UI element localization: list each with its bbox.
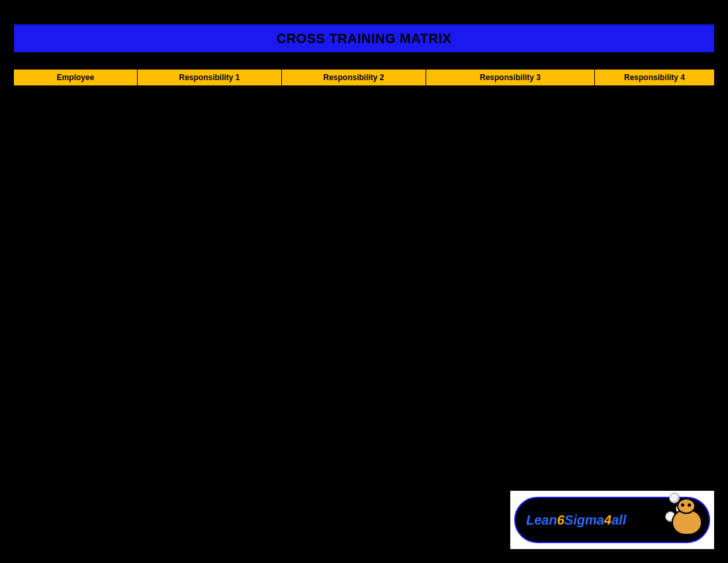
mascot-icon — [668, 494, 713, 547]
col-header-responsibility-2: Responsibility 2 — [282, 70, 426, 85]
logo-text: Lean6Sigma4all — [526, 513, 626, 528]
title-bar: CROSS TRAINING MATRIX — [13, 24, 715, 53]
logo-part-sigma: Sigma — [565, 513, 604, 527]
logo: Lean6Sigma4all — [514, 497, 710, 543]
mascot-eye-icon — [681, 503, 684, 507]
table-header-row: Employee Responsibility 1 Responsibility… — [13, 69, 715, 86]
page: CROSS TRAINING MATRIX Employee Responsib… — [0, 0, 728, 563]
logo-container: Lean6Sigma4all — [510, 490, 715, 550]
logo-part-6: 6 — [557, 513, 565, 527]
col-header-responsibility-1: Responsibility 1 — [138, 70, 282, 85]
mascot-eye-icon — [688, 503, 691, 507]
logo-part-4: 4 — [604, 513, 612, 527]
mascot-head-icon — [677, 498, 696, 514]
logo-part-all: all — [612, 513, 626, 527]
col-header-responsibility-3: Responsibility 3 — [426, 70, 595, 85]
title-text: CROSS TRAINING MATRIX — [277, 31, 452, 46]
spacer — [13, 53, 715, 69]
col-header-employee: Employee — [14, 70, 138, 85]
logo-part-lean: Lean — [526, 513, 557, 527]
col-header-responsibility-4: Responsibility 4 — [595, 70, 714, 85]
